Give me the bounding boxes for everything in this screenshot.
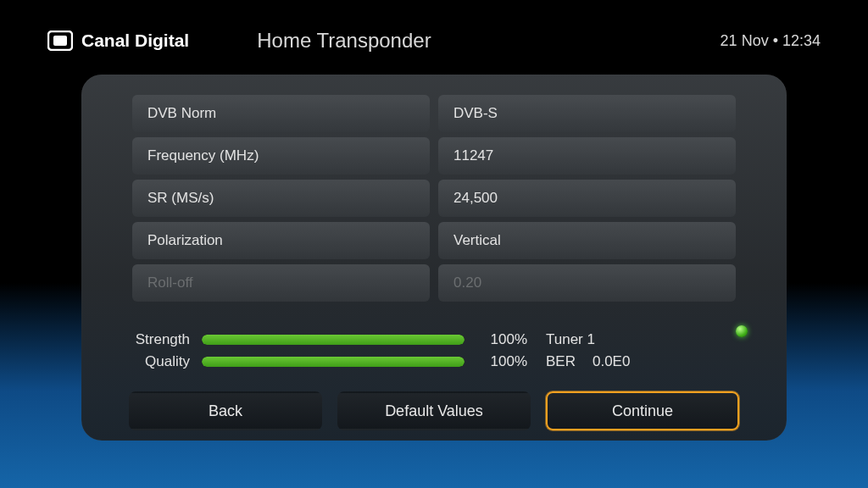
- tv-icon: [47, 30, 73, 51]
- default-values-button[interactable]: Default Values: [337, 391, 531, 430]
- setting-label: DVB Norm: [132, 95, 430, 132]
- button-row: Back Default Values Continue: [105, 391, 763, 430]
- setting-label: SR (MS/s): [132, 180, 430, 217]
- strength-label: Strength: [105, 331, 190, 348]
- settings-rows: DVB Norm DVB-S Frequency (MHz) 11247 SR …: [105, 95, 763, 313]
- page-title: Home Transponder: [257, 29, 431, 53]
- brand-name: Canal Digital: [81, 30, 189, 51]
- setting-row[interactable]: Polarization Vertical: [132, 222, 736, 259]
- setting-value: 0.20: [438, 264, 736, 302]
- status-led-icon: [736, 325, 748, 337]
- setting-row[interactable]: SR (MS/s) 24,500: [132, 180, 736, 217]
- signal-block: Strength 100% Tuner 1 Quality 100% BER 0…: [105, 329, 763, 373]
- setting-label: Polarization: [132, 222, 430, 259]
- setting-value[interactable]: Vertical: [438, 222, 736, 259]
- setting-row: Roll-off 0.20: [132, 264, 736, 302]
- setting-value[interactable]: 11247: [438, 137, 736, 175]
- quality-fill: [202, 357, 465, 367]
- back-button[interactable]: Back: [129, 391, 322, 430]
- brand-logo: Canal Digital: [47, 30, 189, 51]
- setting-label: Roll-off: [132, 264, 430, 302]
- continue-button[interactable]: Continue: [546, 391, 739, 430]
- strength-line: Strength 100% Tuner 1: [105, 329, 739, 351]
- datetime: 21 Nov • 12:34: [721, 32, 821, 50]
- setting-value[interactable]: 24,500: [438, 180, 736, 217]
- quality-percent: 100%: [476, 353, 527, 370]
- setting-value[interactable]: DVB-S: [438, 95, 736, 132]
- setting-label: Frequency (MHz): [132, 137, 430, 175]
- setting-row[interactable]: Frequency (MHz) 11247: [132, 137, 736, 175]
- settings-panel: DVB Norm DVB-S Frequency (MHz) 11247 SR …: [81, 75, 787, 441]
- strength-bar: [202, 335, 465, 345]
- quality-label: Quality: [105, 353, 190, 370]
- quality-line: Quality 100% BER 0.0E0: [105, 351, 739, 373]
- quality-bar: [202, 357, 465, 367]
- ber-readout: BER 0.0E0: [546, 353, 630, 370]
- setting-row[interactable]: DVB Norm DVB-S: [132, 95, 736, 132]
- tuner-label: Tuner 1: [546, 331, 595, 348]
- ber-value: 0.0E0: [593, 353, 630, 370]
- svg-rect-1: [53, 36, 67, 46]
- header: Canal Digital Home Transponder 21 Nov • …: [0, 0, 868, 61]
- strength-percent: 100%: [476, 331, 527, 348]
- ber-label: BER: [546, 353, 576, 370]
- strength-fill: [202, 335, 465, 345]
